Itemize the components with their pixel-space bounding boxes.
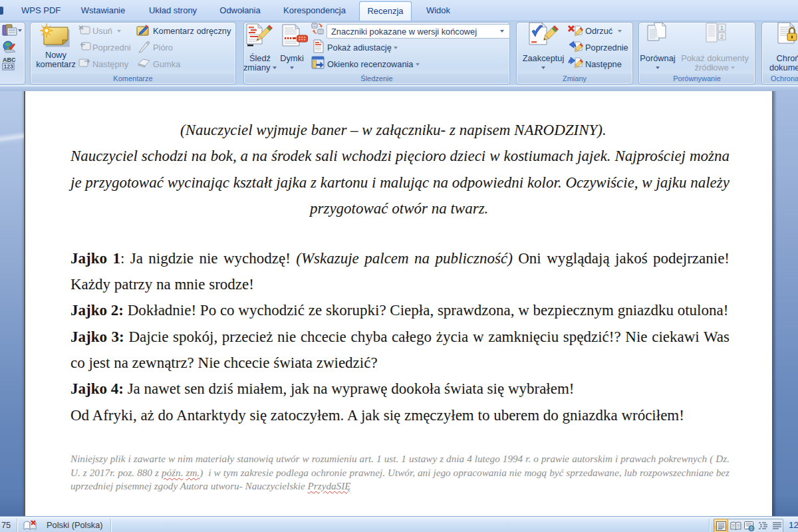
svg-text:1: 1 (720, 25, 724, 31)
svg-text:123: 123 (4, 63, 13, 70)
svg-text:2: 2 (720, 33, 724, 40)
svg-text:ABC: ABC (3, 57, 16, 63)
